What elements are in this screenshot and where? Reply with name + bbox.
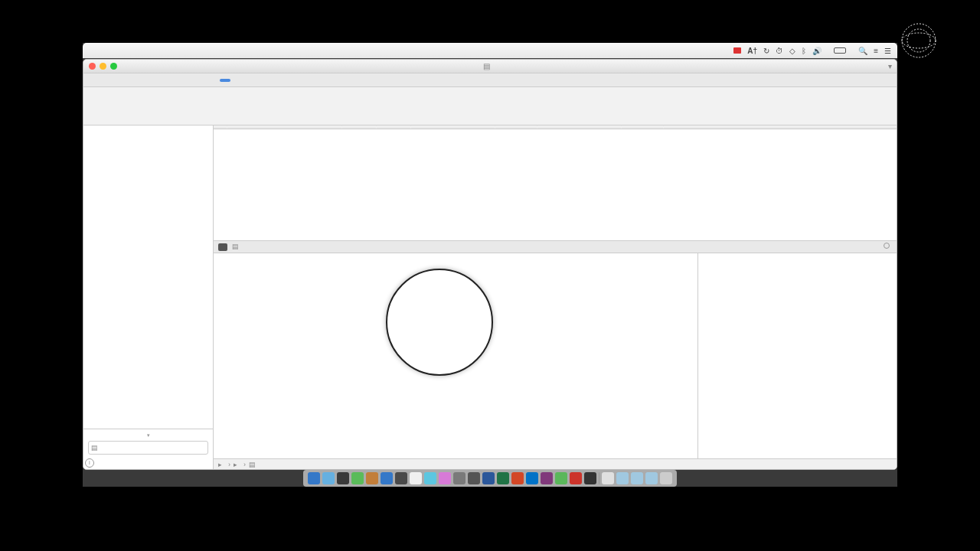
dock-app-icon[interactable] [337, 472, 349, 484]
dock-trash-icon[interactable] [660, 472, 672, 484]
status-adobe-icon: A† [747, 47, 757, 55]
window-menu-chevron[interactable]: ▾ [851, 62, 897, 70]
tab-data[interactable] [128, 79, 139, 82]
dock-onenote-icon[interactable] [541, 472, 553, 484]
col-refs[interactable] [377, 126, 411, 129]
dock-app-icon[interactable] [439, 472, 451, 484]
col-created[interactable] [411, 126, 495, 129]
detail-titlebar: ▤ [214, 240, 897, 253]
macos-menubar: A† ↻ ⏱ ◇ ᛒ 🔊 🔍 ≡ ☰ [83, 43, 897, 58]
project-icon: ▤ [483, 62, 490, 70]
notifications-icon[interactable]: ≡ [874, 47, 878, 55]
dock-excel-icon[interactable] [497, 472, 509, 484]
nvivo-window: ▤ ▾ ▾ ▤ i [83, 59, 897, 470]
dock-folder-icon[interactable] [645, 472, 658, 484]
status-rec-icon [733, 47, 741, 54]
window-close-button[interactable] [89, 63, 96, 70]
tab-layout[interactable] [201, 79, 212, 82]
main-panel: ▤ [214, 126, 897, 469]
dock-app-icon[interactable] [424, 472, 436, 484]
dock-folder-icon[interactable] [602, 472, 614, 484]
ribbon [83, 87, 897, 126]
col-modified[interactable] [537, 126, 622, 129]
source-list[interactable] [214, 129, 897, 240]
status-wifi-icon[interactable]: ◇ [789, 47, 795, 55]
dock-acrobat-icon[interactable] [570, 472, 582, 484]
tab-home[interactable] [91, 79, 102, 82]
presenter-logo [900, 21, 938, 60]
col-created-by[interactable] [495, 126, 537, 129]
open-item[interactable]: ▤ [88, 441, 208, 455]
zoom-magnifier [386, 269, 493, 376]
dock-app-icon[interactable] [584, 472, 596, 484]
status-timemachine-icon: ⏱ [776, 47, 783, 55]
status-sync-icon: ↻ [763, 47, 769, 55]
tab-view[interactable] [220, 79, 230, 82]
window-zoom-button[interactable] [110, 63, 117, 70]
dock-app-icon[interactable] [453, 472, 466, 484]
dock-folder-icon[interactable] [616, 472, 629, 484]
col-nodes[interactable] [342, 126, 377, 129]
status-bluetooth-icon[interactable]: ᛒ [802, 47, 806, 55]
dock-outlook-icon[interactable] [526, 472, 538, 484]
navigation-panel: ▾ ▤ i [83, 126, 214, 469]
dock-powerpoint-icon[interactable] [511, 472, 524, 484]
dock-app-icon[interactable] [322, 472, 335, 484]
dock-app-icon[interactable] [468, 472, 480, 484]
dock-app-icon[interactable] [366, 472, 378, 484]
col-icon[interactable] [214, 126, 227, 129]
info-icon[interactable]: i [85, 458, 94, 468]
macos-dock[interactable] [303, 470, 677, 487]
tab-create[interactable] [109, 79, 120, 82]
document-viewer[interactable] [214, 253, 697, 458]
open-items-chevron-icon: ▾ [83, 432, 213, 439]
dock-divider [599, 472, 599, 484]
window-titlebar[interactable]: ▤ ▾ [83, 60, 897, 73]
dock-app-icon[interactable] [395, 472, 407, 484]
dock-app-icon[interactable] [308, 472, 320, 484]
tab-query[interactable] [165, 79, 175, 82]
col-modified-by[interactable] [622, 126, 664, 129]
ribbon-tabstrip [83, 73, 897, 87]
dock-word-icon[interactable] [482, 472, 495, 484]
menu-extra-icon[interactable]: ☰ [884, 47, 891, 55]
col-name[interactable] [227, 126, 342, 129]
dock-folder-icon[interactable] [631, 472, 643, 484]
dock-app-icon[interactable] [381, 472, 393, 484]
edit-checkbox[interactable] [884, 243, 890, 249]
annotation-toggle-icon[interactable] [218, 243, 227, 251]
tab-analyze[interactable] [146, 79, 157, 82]
window-minimize-button[interactable] [100, 63, 106, 70]
breadcrumb: ▸ › ▸ › ▤ [214, 458, 897, 469]
status-volume-icon[interactable]: 🔊 [812, 47, 822, 55]
dock-app-icon[interactable] [555, 472, 567, 484]
tab-explore[interactable] [183, 79, 194, 82]
spotlight-icon[interactable]: 🔍 [858, 47, 867, 55]
coding-stripes-panel[interactable] [697, 253, 897, 458]
battery-icon [834, 47, 846, 54]
dock-app-icon[interactable] [351, 472, 364, 484]
dock-app-icon[interactable] [410, 472, 422, 484]
